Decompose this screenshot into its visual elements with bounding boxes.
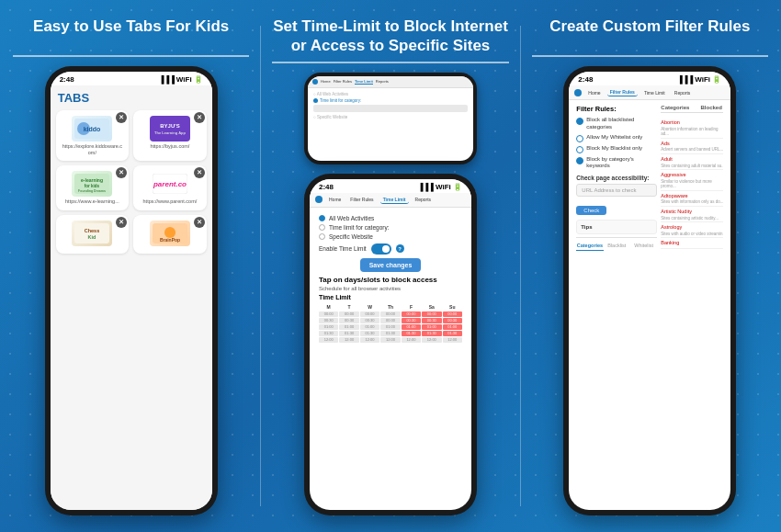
tab-card-elearning[interactable]: ✕ e-learning for kids Founding Dreams ht… bbox=[56, 165, 130, 210]
day-T: T bbox=[339, 303, 358, 311]
slot[interactable]: 12:00 bbox=[443, 337, 462, 343]
slot[interactable]: 01:30 bbox=[443, 331, 462, 336]
day-Su: Su bbox=[443, 303, 462, 311]
slot[interactable]: 00:00 bbox=[319, 311, 338, 317]
close-tab-brainpop[interactable]: ✕ bbox=[194, 217, 205, 228]
bottom-tab-categories[interactable]: Categories bbox=[576, 241, 603, 251]
slot[interactable]: 12:00 bbox=[402, 337, 421, 343]
checkbox-keywords[interactable] bbox=[576, 157, 583, 164]
nav-filter-3[interactable]: Filter Rules bbox=[607, 88, 638, 96]
slot[interactable]: 01:00 bbox=[380, 324, 400, 330]
radio-circle-category[interactable] bbox=[319, 224, 325, 231]
nav-home-3[interactable]: Home bbox=[585, 89, 603, 96]
close-tab-chesskid[interactable]: ✕ bbox=[116, 217, 127, 228]
slot[interactable]: 01:00 bbox=[402, 324, 421, 330]
nav-home-2[interactable]: Home bbox=[326, 196, 344, 203]
slot[interactable]: 00:30 bbox=[319, 318, 338, 323]
tab-card-byjus[interactable]: ✕ BYJU'S The Learning App https://byjus.… bbox=[133, 110, 207, 161]
url-input[interactable]: URL Address to check bbox=[576, 184, 657, 197]
slot[interactable]: 01:30 bbox=[402, 331, 421, 336]
tab-url-parentco: https://www.parent.com/ bbox=[143, 198, 198, 205]
slot[interactable]: 12:00 bbox=[319, 337, 338, 343]
nav-filter-2[interactable]: Filter Rules bbox=[347, 196, 376, 203]
slot[interactable]: 00:00 bbox=[443, 311, 462, 317]
bottom-tab-whitelist[interactable]: Whitelist bbox=[630, 241, 657, 251]
radio-circle-all[interactable] bbox=[319, 215, 325, 221]
cat-name-artistic: Artistic Nudity bbox=[661, 208, 723, 216]
slot[interactable]: 01:00 bbox=[443, 324, 462, 330]
tabs-header: TABS bbox=[56, 91, 207, 105]
slot[interactable]: 12:00 bbox=[380, 337, 400, 343]
slot[interactable]: 01:00 bbox=[360, 324, 379, 330]
cat-item-astrology: Astrology Sites with audio or video stre… bbox=[661, 222, 723, 238]
day-Th: Th bbox=[380, 303, 400, 311]
checkbox-whitelist-only[interactable] bbox=[576, 135, 583, 142]
cat-name-adult: Adult bbox=[661, 155, 723, 164]
slot[interactable]: 12:00 bbox=[339, 337, 358, 343]
day-Sa: Sa bbox=[422, 303, 441, 311]
close-tab-elearning[interactable]: ✕ bbox=[116, 167, 127, 178]
tab-card-kiddoware[interactable]: ✕ kiddo https://explore.kiddoware.com/ bbox=[56, 110, 130, 161]
accessibility-title: Check page accessibility: bbox=[576, 175, 657, 181]
slot[interactable]: 00:00 bbox=[380, 311, 400, 317]
phone-mockup-2: 2:48 ▐▐▐ WiFi 🔋 Home Filter Rules Time L… bbox=[304, 174, 477, 516]
nav-reports-2[interactable]: Reports bbox=[413, 196, 435, 203]
cat-item-adult: Adult Sites containing adult material su… bbox=[661, 154, 723, 170]
slot[interactable]: 01:00 bbox=[339, 324, 358, 330]
check-btn[interactable]: Check bbox=[576, 206, 606, 215]
filter-label-3: Block My Blacklist only bbox=[586, 145, 642, 153]
slot[interactable]: 00:00 bbox=[339, 311, 358, 317]
slot[interactable]: 00:00 bbox=[360, 311, 379, 317]
slot[interactable]: 12:00 bbox=[360, 337, 379, 343]
radio-specific-site: Specific Website bbox=[319, 233, 462, 240]
mini-phone-inner: Home Filter Rules Time Limit Reports ○ A… bbox=[308, 76, 473, 161]
slot[interactable]: 00:30 bbox=[339, 318, 358, 323]
nav-timelimit-2[interactable]: Time Limit bbox=[380, 196, 409, 204]
phone-nav-bar-3: Home Filter Rules Time Limit Reports bbox=[569, 85, 730, 100]
help-icon[interactable]: ? bbox=[396, 244, 404, 253]
slot[interactable]: 01:30 bbox=[339, 331, 358, 336]
slot[interactable]: 01:00 bbox=[319, 324, 338, 330]
enable-toggle[interactable] bbox=[371, 243, 391, 255]
mini-nav-filter: Filter Rules bbox=[334, 79, 352, 84]
save-changes-btn[interactable]: Save changes bbox=[360, 258, 422, 272]
mini-phone-preview: Home Filter Rules Time Limit Reports ○ A… bbox=[304, 73, 477, 164]
slot[interactable]: 01:00 bbox=[422, 324, 441, 330]
slot[interactable]: 00:30 bbox=[380, 318, 400, 323]
tab-card-brainpop[interactable]: ✕ BrainPop bbox=[133, 215, 207, 254]
slot[interactable]: 01:30 bbox=[360, 331, 379, 336]
status-icons-3: ▐▐▐ WiFi 🔋 bbox=[677, 75, 721, 84]
close-tab-byjus[interactable]: ✕ bbox=[194, 112, 205, 123]
slot[interactable]: 00:30 bbox=[443, 318, 462, 323]
bottom-tab-blacklist[interactable]: Blacklist bbox=[604, 241, 630, 251]
filter-rules-title: Filter Rules: bbox=[576, 105, 657, 113]
close-tab-kiddoware[interactable]: ✕ bbox=[116, 112, 127, 123]
filter-left-col: Filter Rules: Block all blacklisted cate… bbox=[576, 105, 657, 505]
slot[interactable]: 00:30 bbox=[402, 318, 421, 323]
close-tab-parentco[interactable]: ✕ bbox=[194, 167, 205, 178]
slot[interactable]: 01:30 bbox=[319, 331, 338, 336]
mini-time-category: Time limit for category: bbox=[313, 98, 468, 103]
radio-circle-specific[interactable] bbox=[319, 233, 325, 240]
slot[interactable]: 00:30 bbox=[422, 318, 441, 323]
nav-reports-3[interactable]: Reports bbox=[672, 89, 694, 96]
slot[interactable]: 01:30 bbox=[422, 331, 441, 336]
cat-desc-adult: Sites containing adult material su... bbox=[661, 164, 723, 168]
cat-name-ads: Ads bbox=[661, 140, 723, 148]
filter-right-col: Categories Blocked Abortion Abortion inf… bbox=[661, 105, 723, 505]
logo-brainpop: BrainPop bbox=[150, 221, 190, 246]
slot[interactable]: 12:00 bbox=[422, 337, 441, 343]
svg-rect-12 bbox=[74, 223, 109, 243]
slot[interactable]: 00:00 bbox=[422, 311, 441, 317]
cat-desc-astrology: Sites with audio or video streamin... bbox=[661, 232, 723, 236]
phone-nav-bar-2: Home Filter Rules Time Limit Reports bbox=[310, 193, 471, 208]
tap-label: Tap on days/slots to block access bbox=[319, 276, 462, 284]
checkbox-blacklist-only[interactable] bbox=[576, 146, 583, 153]
nav-timelimit-3[interactable]: Time Limit bbox=[641, 89, 668, 96]
slot[interactable]: 00:30 bbox=[360, 318, 379, 323]
tab-card-parentco[interactable]: ✕ parent.co https://www.parent.com/ bbox=[133, 165, 207, 210]
checkbox-blacklist[interactable] bbox=[576, 118, 583, 125]
tab-card-chesskid[interactable]: ✕ Chess Kid bbox=[56, 215, 130, 254]
slot[interactable]: 01:30 bbox=[380, 331, 400, 336]
slot[interactable]: 00:00 bbox=[402, 311, 421, 317]
